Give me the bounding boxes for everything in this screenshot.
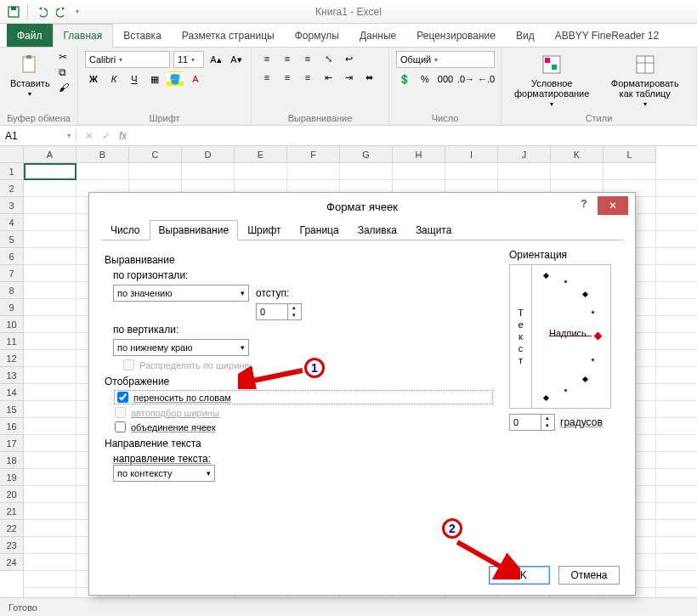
group-number-label: Число (396, 111, 494, 123)
direction-group-title: Направление текста (105, 438, 492, 449)
formula-bar: A1▾ ✕ ✓ fx (0, 126, 697, 146)
align-bottom-icon[interactable]: ≡ (299, 51, 316, 66)
tab-home[interactable]: Главная (53, 24, 114, 48)
indent-label: отступ: (256, 287, 289, 299)
name-box[interactable]: A1▾ (0, 130, 76, 142)
tab-file[interactable]: Файл (7, 24, 53, 47)
format-painter-icon[interactable]: 🖌 (59, 82, 69, 93)
increase-decimal-icon[interactable]: .0→ (457, 71, 474, 87)
dtab-protection[interactable]: Защита (406, 220, 462, 240)
dtab-border[interactable]: Граница (291, 220, 348, 240)
tab-layout[interactable]: Разметка страницы (172, 24, 285, 47)
column-headers[interactable]: ABCDEFGHIJKL (0, 146, 697, 163)
redo-icon[interactable] (55, 5, 69, 19)
italic-button[interactable]: К (105, 71, 122, 87)
dialog-help-button[interactable]: ? (574, 198, 594, 210)
increase-indent-icon[interactable]: ⇥ (340, 70, 357, 85)
border-button[interactable]: ▦ (146, 71, 163, 87)
tab-review[interactable]: Рецензирование (406, 24, 506, 47)
group-styles-label: Стили (508, 111, 689, 123)
merge-icon[interactable]: ⬌ (360, 70, 377, 85)
orientation-icon[interactable]: ⤡ (320, 51, 337, 66)
ribbon: Вставить ▾ ✂ ⧉ 🖌 Буфер обмена Calibri▾ 1… (0, 48, 697, 126)
degrees-spinner[interactable]: ▴▾ (509, 414, 555, 431)
dtab-fill[interactable]: Заливка (348, 220, 406, 240)
decrease-indent-icon[interactable]: ⇤ (320, 70, 337, 85)
svg-rect-5 (545, 58, 550, 63)
autofit-checkbox: автоподбор ширины (115, 407, 492, 418)
save-icon[interactable] (7, 5, 20, 19)
font-size-combo[interactable]: 11▾ (173, 51, 204, 68)
svg-rect-2 (23, 57, 35, 72)
annotation-1: 1 (304, 358, 325, 378)
tab-data[interactable]: Данные (349, 24, 406, 47)
degrees-label: градусов (560, 416, 603, 428)
wrap-text-icon[interactable]: ↩ (340, 51, 357, 66)
h-align-select[interactable]: по значению▾ (113, 285, 249, 302)
v-align-select[interactable]: по нижнему краю▾ (113, 339, 249, 356)
undo-icon[interactable] (35, 5, 48, 19)
font-name-combo[interactable]: Calibri▾ (85, 51, 170, 68)
window-title: Книга1 - Excel (315, 6, 382, 18)
svg-line-10 (245, 370, 303, 382)
font-color-button[interactable]: A (187, 71, 204, 87)
currency-icon[interactable]: 💲 (396, 71, 413, 87)
selected-cell[interactable] (24, 163, 76, 180)
conditional-formatting-button[interactable]: Условное форматирование▾ (508, 51, 595, 110)
comma-icon[interactable]: 000 (437, 71, 454, 87)
orientation-control[interactable]: Текст Надпись (509, 264, 611, 409)
tab-abbyy[interactable]: ABBYY FineReader 12 (545, 24, 670, 47)
annotation-2: 2 (442, 518, 462, 539)
decrease-font-icon[interactable]: A▾ (228, 52, 245, 67)
h-align-label: по горизонтали: (113, 269, 492, 281)
align-middle-icon[interactable]: ≡ (279, 51, 296, 66)
number-format-combo[interactable]: Общий▾ (396, 51, 495, 68)
dtab-font[interactable]: Шрифт (238, 220, 290, 240)
cancel-button[interactable]: Отмена (558, 566, 620, 585)
format-cells-dialog: Формат ячеек ? ✕ Число Выравнивание Шриф… (88, 192, 636, 596)
fill-color-button[interactable]: 🪣 (167, 71, 184, 87)
dialog-close-button[interactable]: ✕ (598, 196, 628, 215)
format-as-table-button[interactable]: Форматировать как таблицу▾ (600, 51, 689, 110)
indent-spinner[interactable]: ▴▾ (256, 303, 302, 320)
direction-select[interactable]: по контексту▾ (113, 465, 215, 482)
svg-rect-1 (11, 7, 16, 10)
underline-button[interactable]: Ч (126, 71, 143, 87)
align-group-title: Выравнивание (105, 254, 492, 266)
align-left-icon[interactable]: ≡ (258, 70, 275, 85)
percent-icon[interactable]: % (416, 71, 434, 87)
cancel-formula-icon[interactable]: ✕ (85, 130, 94, 142)
dialog-tabs: Число Выравнивание Шрифт Граница Заливка… (101, 220, 623, 240)
tab-insert[interactable]: Вставка (113, 24, 172, 47)
svg-rect-3 (26, 55, 31, 59)
align-center-icon[interactable]: ≡ (279, 70, 296, 85)
align-top-icon[interactable]: ≡ (258, 51, 275, 66)
svg-rect-6 (552, 65, 557, 70)
merge-cells-checkbox[interactable]: объединение ячеек (115, 421, 492, 432)
group-clipboard-label: Буфер обмена (7, 111, 71, 123)
dialog-title: Формат ячеек (326, 201, 398, 213)
orientation-group-title: Ориентация (509, 249, 620, 261)
group-font-label: Шрифт (85, 111, 244, 123)
row-headers[interactable]: 123456789101112131415161718192021222324 (0, 163, 24, 616)
group-alignment-label: Выравнивание (258, 111, 382, 123)
copy-icon[interactable]: ⧉ (59, 66, 69, 78)
ribbon-tabs: Файл Главная Вставка Разметка страницы Ф… (0, 24, 697, 48)
dtab-alignment[interactable]: Выравнивание (150, 220, 239, 240)
dtab-number[interactable]: Число (101, 220, 150, 240)
tab-formulas[interactable]: Формулы (285, 24, 349, 47)
increase-font-icon[interactable]: A▴ (207, 52, 224, 67)
decrease-decimal-icon[interactable]: ←.0 (478, 71, 495, 87)
align-right-icon[interactable]: ≡ (299, 70, 316, 85)
v-align-label: по вертикали: (113, 324, 492, 336)
enter-formula-icon[interactable]: ✓ (102, 130, 110, 142)
fx-icon[interactable]: fx (119, 130, 127, 142)
direction-label: направление текста: (113, 453, 492, 465)
svg-line-11 (457, 542, 508, 571)
wrap-text-checkbox[interactable]: переносить по словам (115, 391, 492, 404)
bold-button[interactable]: Ж (85, 71, 102, 87)
paste-button[interactable]: Вставить ▾ (7, 51, 54, 99)
tab-view[interactable]: Вид (506, 24, 545, 47)
cut-icon[interactable]: ✂ (59, 51, 69, 63)
status-bar: Готово (0, 597, 697, 616)
